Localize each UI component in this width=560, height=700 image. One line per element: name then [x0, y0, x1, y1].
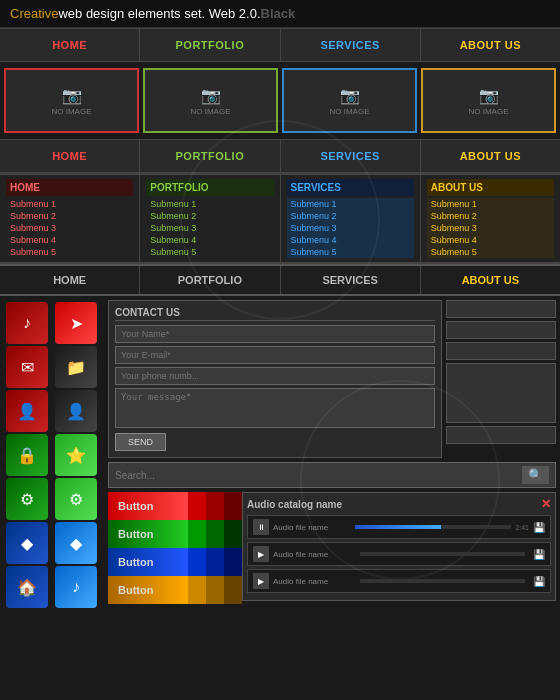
nav2-services[interactable]: SERVICES: [281, 140, 421, 172]
icon-btn-diamond-blue[interactable]: ◆: [6, 522, 48, 564]
submenu-home-3[interactable]: Submenu 3: [6, 222, 133, 234]
diamond-icon-1: ◆: [21, 534, 33, 553]
img-home: 📷 NO IMAGE: [4, 68, 139, 133]
audio-track-1: ⏸ Audio file name 2:41 💾: [247, 515, 551, 539]
icon-btn-user-dark[interactable]: 👤: [55, 390, 97, 432]
audio-save-3[interactable]: 💾: [533, 576, 545, 587]
icon-btn-diamond-blue2[interactable]: ◆: [55, 522, 97, 564]
submenu-services-5[interactable]: Submenu 5: [287, 246, 414, 258]
audio-progress-bar-2[interactable]: [360, 552, 525, 556]
submenu-about-4[interactable]: Submenu 4: [427, 234, 554, 246]
submenu-portfolio-1[interactable]: Submenu 1: [146, 198, 273, 210]
icon-btn-music-blue[interactable]: ♪: [55, 566, 97, 608]
icon-btn-settings-green[interactable]: ⚙: [6, 478, 48, 520]
submenu-portfolio-5[interactable]: Submenu 5: [146, 246, 273, 258]
icon-btn-folder-dark[interactable]: 📁: [55, 346, 97, 388]
icon-btn-star-green[interactable]: ⭐: [55, 434, 97, 476]
icon-btn-mail-red[interactable]: ✉: [6, 346, 48, 388]
icon-btn-music-red[interactable]: ♪: [6, 302, 48, 344]
submenu-services-2[interactable]: Submenu 2: [287, 210, 414, 222]
nav3-portfolio[interactable]: PORTFOLIO: [140, 266, 280, 294]
folder-icon: 📁: [66, 358, 86, 377]
submenu-home-1[interactable]: Submenu 1: [6, 198, 133, 210]
audio-save-2[interactable]: 💾: [533, 549, 545, 560]
diamond-icon-2: ◆: [70, 534, 82, 553]
nav3-home[interactable]: HOME: [0, 266, 140, 294]
nav1-portfolio[interactable]: PORTFOLIO: [140, 29, 280, 61]
submenu-services-4[interactable]: Submenu 4: [287, 234, 414, 246]
email-input[interactable]: [115, 346, 435, 364]
icon-btn-user-red[interactable]: 👤: [6, 390, 48, 432]
icon-button-panel: ♪ ➤ ✉ 📁 👤 👤 🔒 ⭐ ⚙ ⚙ ◆: [4, 300, 104, 610]
button-yellow[interactable]: Button: [108, 576, 188, 604]
icon-btn-settings-green2[interactable]: ⚙: [55, 478, 97, 520]
icon-btn-home-blue[interactable]: 🏠: [6, 566, 48, 608]
contact-right-box-1: [446, 300, 556, 318]
icon-btn-lock-green[interactable]: 🔒: [6, 434, 48, 476]
submenu-home-5[interactable]: Submenu 5: [6, 246, 133, 258]
button-green[interactable]: Button: [108, 520, 188, 548]
camera-icon-3: 📷: [340, 86, 360, 105]
audio-progress-bar-3[interactable]: [360, 579, 525, 583]
name-input[interactable]: [115, 325, 435, 343]
strip-seg: [188, 576, 206, 604]
nav1-about[interactable]: ABOUT US: [421, 29, 560, 61]
button-red-label: Button: [118, 500, 153, 512]
audio-track-3: ▶ Audio file name 💾: [247, 569, 551, 593]
button-red-row[interactable]: Button: [108, 492, 238, 520]
search-input[interactable]: [115, 470, 518, 481]
submenu-portfolio-3[interactable]: Submenu 3: [146, 222, 273, 234]
nav-row-1: HOME PORTFOLIO SERVICES ABOUT US: [0, 28, 560, 62]
audio-catalog-name: Audio catalog name: [247, 499, 342, 510]
button-blue[interactable]: Button: [108, 548, 188, 576]
audio-play-button-2[interactable]: ▶: [253, 546, 269, 562]
nav2-home[interactable]: HOME: [0, 140, 140, 172]
submenu-services-1[interactable]: Submenu 1: [287, 198, 414, 210]
submenu-about-5[interactable]: Submenu 5: [427, 246, 554, 258]
audio-close-button[interactable]: ✕: [541, 497, 551, 511]
button-red[interactable]: Button: [108, 492, 188, 520]
submenu-about-1[interactable]: Submenu 1: [427, 198, 554, 210]
submenu-col-home: HOME Submenu 1 Submenu 2 Submenu 3 Subme…: [0, 175, 140, 262]
submenu-portfolio-4[interactable]: Submenu 4: [146, 234, 273, 246]
lock-icon-1: 🔒: [17, 446, 37, 465]
audio-progress-bar-1[interactable]: [355, 525, 511, 529]
strip-seg: [224, 492, 242, 520]
nav-row-2: HOME PORTFOLIO SERVICES ABOUT US: [0, 139, 560, 173]
submenu-about-2[interactable]: Submenu 2: [427, 210, 554, 222]
send-button[interactable]: SEND: [115, 433, 166, 451]
nav3-services[interactable]: SERVICES: [281, 266, 421, 294]
strip-seg: [206, 520, 224, 548]
camera-icon-1: 📷: [62, 86, 82, 105]
submenu-row: HOME Submenu 1 Submenu 2 Submenu 3 Subme…: [0, 173, 560, 264]
nav2-portfolio[interactable]: PORTFOLIO: [140, 140, 280, 172]
audio-play-button-3[interactable]: ▶: [253, 573, 269, 589]
nav1-home[interactable]: HOME: [0, 29, 140, 61]
icon-btn-arrow-red[interactable]: ➤: [55, 302, 97, 344]
audio-panel: Audio catalog name ✕ ⏸ Audio file name 2…: [242, 492, 556, 604]
nav-row-3: HOME PORTFOLIO SERVICES ABOUT US: [0, 264, 560, 296]
audio-save-1[interactable]: 💾: [533, 522, 545, 533]
submenu-services-3[interactable]: Submenu 3: [287, 222, 414, 234]
submenu-portfolio-2[interactable]: Submenu 2: [146, 210, 273, 222]
button-yellow-row[interactable]: Button: [108, 576, 238, 604]
submenu-home-2[interactable]: Submenu 2: [6, 210, 133, 222]
submenu-col-services: SERVICES Submenu 1 Submenu 2 Submenu 3 S…: [281, 175, 421, 262]
message-input[interactable]: [115, 388, 435, 428]
contact-section: CONTACT US SEND: [108, 300, 556, 458]
contact-right-boxes: [446, 300, 556, 458]
button-green-row[interactable]: Button: [108, 520, 238, 548]
submenu-home-4[interactable]: Submenu 4: [6, 234, 133, 246]
phone-input[interactable]: [115, 367, 435, 385]
button-blue-row[interactable]: Button: [108, 548, 238, 576]
submenu-about-3[interactable]: Submenu 3: [427, 222, 554, 234]
contact-title: CONTACT US: [115, 307, 435, 321]
search-button[interactable]: 🔍: [522, 466, 549, 484]
nav3-about[interactable]: ABOUT US: [421, 266, 560, 294]
audio-pause-button-1[interactable]: ⏸: [253, 519, 269, 535]
nav2-about[interactable]: ABOUT US: [421, 140, 560, 172]
submenu-col-portfolio: PORTFOLIO Submenu 1 Submenu 2 Submenu 3 …: [140, 175, 280, 262]
image-row: 📷 NO IMAGE 📷 NO IMAGE 📷 NO IMAGE 📷 NO IM…: [0, 62, 560, 139]
nav1-services[interactable]: SERVICES: [281, 29, 421, 61]
contact-right-box-3: [446, 342, 556, 360]
